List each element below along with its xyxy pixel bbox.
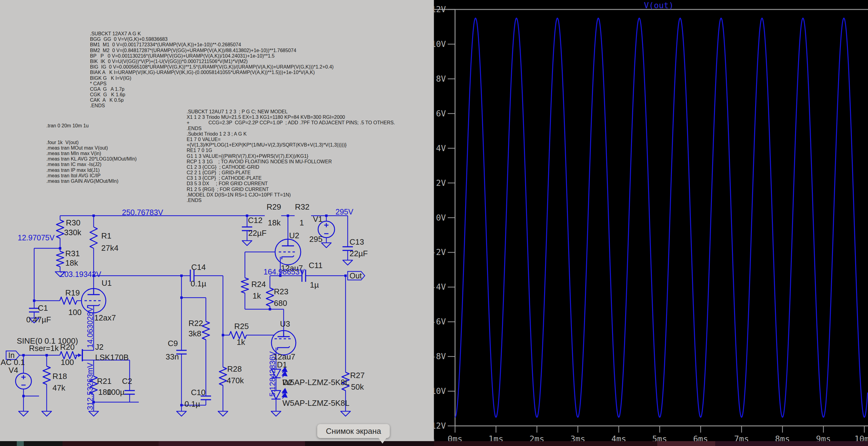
component-label: 12ax7 bbox=[94, 313, 116, 322]
y-tick-label: -6V bbox=[434, 317, 446, 326]
component-label: C9 bbox=[168, 339, 178, 348]
component-label: V1 bbox=[313, 214, 323, 224]
screenshot-tooltip: Снимок экрана bbox=[317, 424, 390, 438]
resistor-symbol bbox=[241, 278, 249, 293]
component-label: R22 bbox=[188, 319, 203, 328]
junction-dot bbox=[180, 274, 183, 277]
component-label: R30 bbox=[66, 218, 81, 227]
led-arrow-icon bbox=[282, 371, 287, 373]
component-label: R32 bbox=[295, 202, 310, 211]
component-label: 100 bbox=[68, 308, 82, 317]
component-label: 50k bbox=[351, 382, 364, 391]
component-label: 47k bbox=[53, 383, 66, 392]
junction-dot bbox=[287, 214, 289, 217]
junction-dot bbox=[325, 214, 328, 217]
component-label: R21 bbox=[97, 377, 112, 386]
ground-icon bbox=[343, 260, 352, 265]
y-tick-label: 6V bbox=[436, 109, 446, 118]
y-tick-label: 12V bbox=[434, 5, 446, 14]
component-label: 100 bbox=[61, 358, 74, 367]
ground-icon bbox=[42, 411, 52, 416]
component-label: J2 bbox=[95, 342, 103, 351]
component-label: 0.1µ bbox=[191, 279, 206, 288]
dock-item bbox=[715, 441, 868, 446]
component-label: 33n bbox=[165, 352, 179, 361]
y-tick-label: -10V bbox=[434, 386, 446, 396]
junction-dot bbox=[45, 354, 48, 356]
junction-dot bbox=[59, 247, 61, 249]
junction-dot bbox=[22, 354, 25, 356]
tooltip-tail bbox=[378, 438, 387, 444]
component-label: 1k bbox=[252, 291, 261, 300]
component-label: C11 bbox=[309, 261, 323, 270]
component-label: C13 bbox=[349, 237, 364, 246]
ltspice-screen: .SUBCKT 12AX7 A G KBGG GG 0 V=V(G,K)+0.5… bbox=[0, 0, 868, 446]
component-label: R1 bbox=[101, 231, 111, 240]
component-label: 680 bbox=[274, 299, 287, 308]
component-label: C1 bbox=[38, 303, 48, 313]
led-arrow-icon bbox=[282, 392, 287, 394]
node-voltage-label: 203.19342V bbox=[60, 270, 101, 278]
triode-cathode bbox=[278, 346, 290, 350]
resistor-symbol bbox=[266, 288, 274, 306]
component-label: V4 bbox=[8, 366, 18, 375]
component-label: R18 bbox=[53, 372, 67, 381]
ground-icon bbox=[321, 243, 331, 248]
component-label: 18k bbox=[268, 218, 281, 227]
dock-item bbox=[159, 441, 305, 446]
component-label: 0.1µ bbox=[185, 400, 200, 409]
resistor-symbol bbox=[90, 227, 97, 248]
y-tick-label: 2V bbox=[436, 178, 446, 188]
component-label: R25 bbox=[234, 322, 249, 331]
component-label: C14 bbox=[191, 263, 206, 272]
component-label: R27 bbox=[350, 371, 365, 380]
component-label: R23 bbox=[274, 287, 288, 296]
waveform-pane[interactable]: 12V10V8V6V4V2V0V-2V-4V-6V-8V-10V-12V0ms1… bbox=[434, 0, 868, 443]
node-voltage-label: 5.12842836V bbox=[268, 351, 277, 397]
resistor-symbol bbox=[219, 367, 227, 385]
component-label: W5AP-LZMZ-5K8L bbox=[282, 378, 349, 387]
dock-item bbox=[63, 441, 159, 446]
vout-trace bbox=[455, 18, 868, 417]
led-arrow-icon bbox=[282, 375, 287, 377]
ground-icon bbox=[19, 411, 28, 416]
component-label: U1 bbox=[101, 278, 112, 287]
ground-icon bbox=[341, 411, 350, 416]
component-label: 1 bbox=[300, 218, 304, 227]
node-voltage-label: 14.063028V bbox=[86, 307, 94, 348]
node-voltage-label: 312.53263mV bbox=[86, 363, 94, 410]
component-label: Rser=1k bbox=[29, 344, 59, 353]
schematic-canvas[interactable]: InOutR30330kR3118kR127k4R19100U112ax7C10… bbox=[0, 0, 434, 442]
ground-icon bbox=[218, 411, 228, 416]
ground-icon bbox=[177, 411, 186, 416]
component-label: 22µF bbox=[349, 249, 368, 258]
resistor-symbol bbox=[56, 220, 64, 238]
resistor-symbol bbox=[60, 297, 77, 304]
component-label: R31 bbox=[65, 249, 80, 258]
junction-dot bbox=[344, 274, 347, 277]
component-label: 27k4 bbox=[101, 243, 118, 252]
component-label: 0.47µF bbox=[26, 315, 51, 324]
schematic-pane[interactable]: .SUBCKT 12AX7 A G KBGG GG 0 V=V(G,K)+0.5… bbox=[0, 0, 434, 442]
component-label: R29 bbox=[267, 202, 281, 211]
component-label: 22µF bbox=[248, 229, 267, 238]
component-label: C12 bbox=[248, 216, 262, 225]
junction-dot bbox=[22, 395, 25, 397]
component-label: R24 bbox=[251, 280, 266, 289]
component-label: 470k bbox=[227, 376, 244, 385]
y-tick-label: -12V bbox=[434, 421, 446, 431]
junction-dot bbox=[269, 308, 271, 310]
y-tick-label: 4V bbox=[436, 143, 446, 153]
component-label: D1 bbox=[277, 360, 287, 369]
resistor-symbol bbox=[202, 321, 210, 340]
component-label: 18k bbox=[65, 258, 79, 268]
y-tick-label: -2V bbox=[434, 247, 446, 257]
y-tick-label: 0V bbox=[436, 213, 446, 222]
component-label: C2 bbox=[122, 377, 132, 386]
component-label: R19 bbox=[65, 288, 80, 297]
component-label: C10 bbox=[191, 388, 206, 397]
waveform-canvas: 12V10V8V6V4V2V0V-2V-4V-6V-8V-10V-12V0ms1… bbox=[434, 0, 868, 443]
ground-icon bbox=[89, 411, 98, 416]
node-voltage-label: 164.98653V bbox=[264, 268, 305, 276]
plot-title: V(out) bbox=[616, 1, 702, 10]
